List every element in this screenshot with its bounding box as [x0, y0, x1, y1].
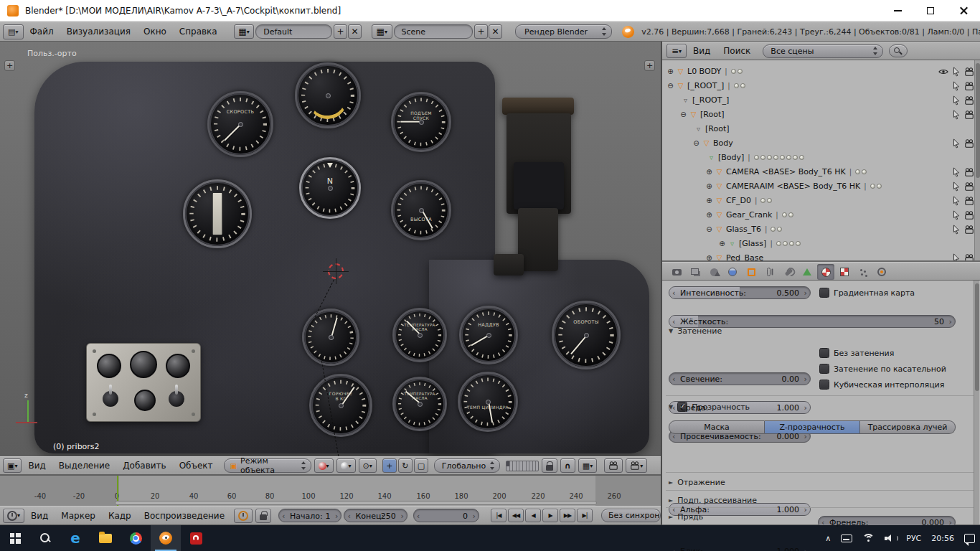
selectable-icon[interactable]	[951, 81, 961, 91]
tab-render[interactable]	[668, 264, 685, 280]
touch-keyboard-icon[interactable]	[836, 525, 857, 551]
menu-playback[interactable]: Воспроизведение	[138, 507, 231, 524]
layers-widget[interactable]	[506, 461, 539, 471]
manipulator-scale-button[interactable]: ▢	[414, 458, 428, 473]
translucency-slider[interactable]: ‹Просвечиваемость: 0.000›	[669, 430, 811, 443]
outliner-item[interactable]: ⊕▽ CAMERAAIM <BASE> Body_T6 HK|	[662, 179, 980, 193]
manipulator-translate-button[interactable]: +	[382, 458, 397, 473]
outliner-scrollbar[interactable]	[974, 60, 980, 260]
renderable-icon[interactable]	[964, 225, 974, 235]
outliner-item[interactable]: ⊕▽ CF_D0|	[662, 194, 980, 207]
outliner-display-filter-dropdown[interactable]: Все сцены	[763, 44, 883, 58]
outliner-item[interactable]: ⊕▽ Gear_Crank|	[662, 208, 980, 222]
expander-icon[interactable]: ⊖	[704, 225, 715, 233]
tab-object-data[interactable]	[798, 264, 816, 280]
jump-to-start-button[interactable]: |◀	[491, 509, 507, 522]
3d-viewport[interactable]: СКОРОСТЬ ПОДЪЕМ СПУСК N	[0, 42, 661, 456]
properties-shelf-open-button[interactable]: +	[644, 60, 655, 71]
maximize-button[interactable]	[914, 0, 947, 22]
renderable-icon[interactable]	[964, 95, 974, 105]
sss-panel-header[interactable]: ►Подп. рассеивание	[669, 496, 757, 505]
current-frame-field[interactable]: ‹0›	[413, 509, 479, 522]
outliner-item[interactable]: ⊕▽ CAMERA <BASE> Body_T6 HK|	[662, 165, 980, 179]
tangent-shading-checkbox-row[interactable]: Затенение по касательной	[819, 364, 946, 374]
selectable-icon[interactable]	[951, 225, 961, 235]
toolshelf-open-button[interactable]: +	[4, 60, 15, 71]
tab-texture[interactable]	[836, 264, 853, 280]
checkbox[interactable]	[819, 364, 829, 374]
expander-icon[interactable]: ⊖	[691, 139, 702, 147]
scene-add-button[interactable]: +	[474, 24, 488, 39]
pivot-dropdown[interactable]: ⊙▾	[359, 458, 377, 473]
render-engine-dropdown[interactable]: Рендер Blender	[515, 24, 612, 39]
timeline-editor-type-button[interactable]: ▾	[3, 509, 24, 523]
renderable-icon[interactable]	[964, 196, 974, 206]
menu-file[interactable]: Файл	[24, 23, 60, 40]
renderable-icon[interactable]	[964, 138, 974, 149]
expander-icon[interactable]: ⊕	[717, 240, 727, 248]
menu-help[interactable]: Справка	[173, 23, 224, 40]
renderable-icon[interactable]	[964, 67, 974, 77]
taskbar-file-explorer-button[interactable]	[90, 525, 121, 551]
start-button[interactable]	[0, 525, 30, 551]
selectable-icon[interactable]	[951, 95, 961, 105]
outliner-item[interactable]: ⊕▽ Ped_Base	[662, 251, 980, 260]
viewport-editor-type-button[interactable]: ▣▾	[3, 458, 22, 473]
taskbar-search-button[interactable]	[30, 525, 60, 551]
preview-range-button[interactable]	[234, 509, 253, 523]
timeline-scrollbar[interactable]	[115, 501, 597, 505]
expander-icon[interactable]: ⊕	[704, 182, 715, 190]
taskbar-edge-button[interactable]: e	[60, 525, 90, 551]
renderable-icon[interactable]	[964, 182, 974, 192]
diffuse-intensity-slider[interactable]: ‹ Интенсивность: 0.500›	[669, 286, 811, 299]
mirror-panel-header[interactable]: ►Отражение	[669, 478, 725, 487]
manipulator-rotate-button[interactable]: ↻	[398, 458, 413, 473]
tab-physics[interactable]	[873, 264, 890, 280]
jump-to-end-button[interactable]: ▶|	[577, 509, 593, 522]
outliner-item[interactable]: ⊖▽ [Root]	[662, 108, 980, 121]
next-keyframe-button[interactable]: ▶▶	[560, 509, 575, 522]
snap-element-dropdown[interactable]: ▦▾	[578, 458, 597, 473]
raytrace-button[interactable]: Трассировка лучей	[860, 420, 956, 434]
lock-to-scene-button[interactable]	[542, 458, 557, 473]
selectable-icon[interactable]	[951, 210, 961, 220]
renderable-icon[interactable]	[964, 110, 974, 120]
language-indicator[interactable]: РУС	[901, 525, 926, 551]
lock-time-button[interactable]	[255, 509, 271, 523]
outliner-menu-search[interactable]: Поиск	[717, 42, 757, 60]
selectable-icon[interactable]	[951, 67, 961, 77]
scene-delete-button[interactable]: ✕	[489, 24, 502, 39]
cubic-interpolation-checkbox-row[interactable]: Кубическая интерполяция	[819, 380, 944, 390]
emit-slider[interactable]: ‹Свечение: 0.00›	[669, 372, 811, 385]
screen-add-button[interactable]: +	[334, 24, 347, 39]
renderable-icon[interactable]	[964, 167, 974, 177]
notification-center-icon[interactable]	[959, 525, 980, 551]
hidden-icons-chevron[interactable]: ∧	[820, 525, 836, 551]
outliner-item[interactable]: ▿ [Root]	[662, 122, 980, 136]
outliner-item[interactable]: ⊖▽ [_ROOT_]|	[662, 79, 980, 93]
renderable-icon[interactable]	[964, 210, 974, 220]
tab-material[interactable]	[817, 264, 834, 280]
mode-dropdown[interactable]: ▣ Режим объекта	[224, 458, 311, 473]
transform-orientation-dropdown[interactable]: Глобально	[434, 458, 500, 473]
opengl-render-button[interactable]	[604, 458, 623, 473]
selectable-icon[interactable]	[951, 167, 961, 177]
taskbar-chrome-button[interactable]	[121, 525, 151, 551]
tab-particles[interactable]	[854, 264, 872, 280]
minimize-button[interactable]	[881, 0, 914, 22]
specular-hardness-slider[interactable]: ‹ Жёсткость: 50›	[669, 315, 956, 328]
selectable-icon[interactable]	[951, 253, 961, 261]
outliner-search-button[interactable]	[889, 44, 908, 57]
expander-icon[interactable]: ⊕	[704, 197, 715, 204]
outliner-item[interactable]: ⊕▽ L0 BODY|	[662, 65, 980, 78]
expander-icon[interactable]: ⊕	[704, 168, 715, 176]
checkbox[interactable]	[819, 348, 829, 358]
sync-mode-dropdown[interactable]: Без синхрон	[601, 509, 661, 522]
renderable-icon[interactable]	[964, 253, 974, 261]
play-button[interactable]: ▶	[542, 509, 558, 522]
menu-tl-view[interactable]: Вид	[24, 507, 55, 524]
tab-render-layers[interactable]	[687, 264, 704, 280]
screen-layout-field[interactable]: Default	[255, 24, 332, 39]
timeline-ruler[interactable]: -40 -20 0 20 40 60 80 100 120 140 160 18…	[0, 475, 661, 506]
expander-icon[interactable]: ⊕	[665, 67, 676, 75]
